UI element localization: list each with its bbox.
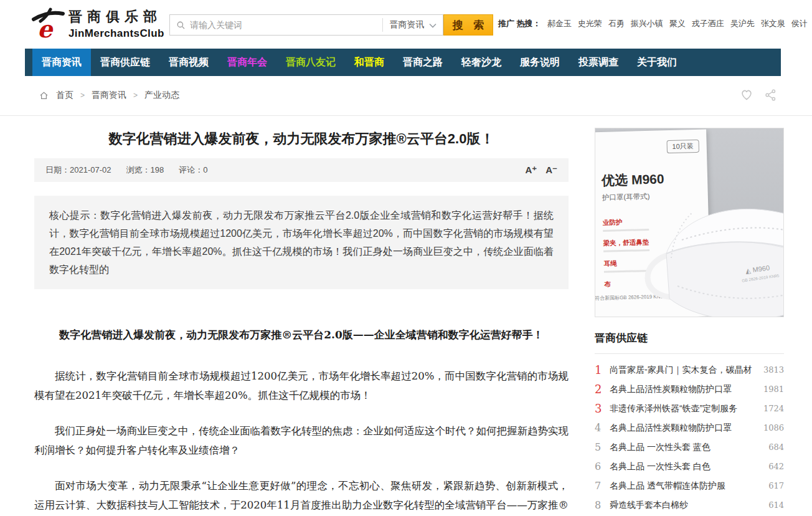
package-count-badge: 10只装 xyxy=(666,140,699,153)
nav-item-nianhui[interactable]: 晋商年会 xyxy=(218,49,276,76)
rank-title: 舜造线手套本白棉纱 xyxy=(610,500,763,511)
rank-count: 614 xyxy=(768,500,784,510)
rank-count: 617 xyxy=(768,481,784,490)
logo-text-en: JinMerchantsClub xyxy=(68,27,164,40)
logo-mark-icon: e xyxy=(31,6,65,41)
hot-keyword[interactable]: 聚义 xyxy=(669,18,686,29)
hot-keyword[interactable]: 史光荣 xyxy=(578,18,602,29)
meta-comments: 评论：0 xyxy=(179,165,207,176)
nav-item-jinshang-zixun[interactable]: 晋商资讯 xyxy=(32,49,91,76)
logo-text-cn: 晋商俱乐部 xyxy=(68,7,164,26)
rank-item[interactable]: 1 尚晋家居-家具门｜实木复合，碳晶材 3813 xyxy=(595,360,784,380)
rank-count: 1981 xyxy=(763,385,784,394)
home-icon[interactable] xyxy=(39,90,49,101)
rank-count: 1724 xyxy=(763,404,784,413)
article-paragraph: 据统计，数字化营销目前全球市场规模超过1200亿美元，市场年化增长率超过20%，… xyxy=(34,366,569,405)
search-input[interactable] xyxy=(190,16,382,34)
meta-comments-label: 评论： xyxy=(179,165,203,174)
rank-item[interactable]: 8 舜造线手套本白棉纱 614 xyxy=(595,495,784,515)
meta-comments-value: 0 xyxy=(203,165,207,174)
nav-item-hejinshang[interactable]: 和晋商 xyxy=(345,49,394,76)
search-button[interactable]: 搜 索 xyxy=(443,14,493,36)
font-increase-button[interactable]: A⁺ xyxy=(526,165,537,176)
breadcrumb-category[interactable]: 晋商资讯 xyxy=(92,90,126,101)
search-icon xyxy=(176,21,186,30)
breadcrumb-separator: > xyxy=(80,91,85,100)
rank-number: 3 xyxy=(595,402,610,415)
meta-date-value: 2021-07-02 xyxy=(70,165,111,174)
site-logo[interactable]: e 晋商俱乐部 JinMerchantsClub xyxy=(31,6,164,41)
hot-search: 推广 热搜： 郝金玉 史光荣 石勇 振兴小镇 聚义 戎子酒庄 吴沪先 张文泉 侯… xyxy=(498,18,808,29)
sidebar-section-title: 晋商供应链 xyxy=(595,331,784,354)
logo-e-glyph: e xyxy=(37,15,54,41)
rank-title: 名典上品活性炭颗粒物防护口罩 xyxy=(610,384,758,395)
search-category-label: 晋商资讯 xyxy=(390,19,425,31)
rank-count: 1086 xyxy=(763,423,784,432)
rank-number: 8 xyxy=(595,499,610,511)
font-decrease-button[interactable]: A⁻ xyxy=(545,165,557,176)
nav-item-gongyinglian[interactable]: 晋商供应链 xyxy=(91,49,159,76)
hot-keyword[interactable]: 郝金玉 xyxy=(547,18,572,29)
breadcrumb-row: 首页 > 晋商资讯 > 产业动态 xyxy=(0,76,812,116)
rank-number: 2 xyxy=(595,383,610,396)
meta-date-label: 日期： xyxy=(45,165,70,174)
hot-search-label: 推广 热搜： xyxy=(498,18,541,29)
nav-item-shipin[interactable]: 晋商视频 xyxy=(159,49,218,76)
hot-keyword[interactable]: 吴沪先 xyxy=(730,18,755,29)
main-nav: 晋商资讯 晋商供应链 晋商视频 晋商年会 晋商八友记 和晋商 晋商之路 轻奢沙龙… xyxy=(25,49,781,76)
rank-number: 1 xyxy=(595,363,610,376)
nav-item-zhilu[interactable]: 晋商之路 xyxy=(394,49,452,76)
hot-keyword[interactable]: 张文泉 xyxy=(761,18,785,29)
breadcrumb-current[interactable]: 产业动态 xyxy=(144,90,179,101)
supply-chain-ranking: 1 尚晋家居-家具门｜实木复合，碳晶材 3813 2 名典上品活性炭颗粒物防护口… xyxy=(595,360,784,515)
rank-number: 5 xyxy=(595,441,610,453)
search-bar: 晋商资讯 搜 索 xyxy=(169,14,493,36)
hot-keyword[interactable]: 戎子酒庄 xyxy=(692,18,724,29)
nav-item-toupiao-diaocha[interactable]: 投票调查 xyxy=(569,49,628,76)
hot-keyword[interactable]: 侯计 xyxy=(791,18,808,29)
hot-keyword[interactable]: 石勇 xyxy=(608,18,625,29)
article-paragraph: 我们正身处一场商业巨变之中，传统企业面临着数字化转型的焦虑：企业如何适应这个时代… xyxy=(34,421,569,460)
rank-number: 7 xyxy=(595,480,610,492)
meta-views-label: 浏览： xyxy=(126,165,151,174)
article-summary: 核心提示：数字化营销进入爆发前夜，动力无限发布万家推云平台2.0版企业全域营销和… xyxy=(34,196,569,289)
share-icon[interactable] xyxy=(764,88,777,102)
rank-item[interactable]: 7 名典上品 透气带帽连体防护服 617 xyxy=(595,476,784,495)
rank-count: 3813 xyxy=(763,365,784,375)
page-actions xyxy=(739,87,777,102)
rank-title: 名典上品 一次性头套 白色 xyxy=(610,461,763,472)
nav-item-guanyu-women[interactable]: 关于我们 xyxy=(628,49,686,76)
nav-item-fuwu-shuoming[interactable]: 服务说明 xyxy=(511,49,569,76)
sidebar-product-image[interactable]: 10只装 优选 M960 护口罩(耳带式) 业防护 梁夹，舒适鼻垫 耳绳 布 符… xyxy=(595,128,784,317)
rank-item[interactable]: 3 非遗传承泽州铁器“铁壶”定制服务 1724 xyxy=(595,399,784,418)
breadcrumb-home[interactable]: 首页 xyxy=(56,90,73,101)
rank-number: 4 xyxy=(595,422,610,434)
nav-item-qingshe-shalong[interactable]: 轻奢沙龙 xyxy=(452,49,511,76)
breadcrumb-separator: > xyxy=(133,91,138,100)
like-heart-icon[interactable] xyxy=(739,87,754,102)
rank-item[interactable]: 5 名典上品 一次性头套 蓝色 684 xyxy=(595,437,784,457)
search-category-select[interactable]: 晋商资讯 xyxy=(383,15,443,35)
meta-views: 浏览：198 xyxy=(126,165,164,176)
article: 数字化营销进入爆发前夜，动力无限发布万家推®云平台2.0版！ 日期：2021-0… xyxy=(34,130,569,516)
article-paragraph: 面对市场大变革，动力无限秉承“让企业生意更好做”的理念，不忘初心、聚焦研发，紧跟… xyxy=(34,476,569,516)
hot-keyword[interactable]: 振兴小镇 xyxy=(631,18,663,29)
rank-count: 642 xyxy=(768,462,784,471)
article-title: 数字化营销进入爆发前夜，动力无限发布万家推®云平台2.0版！ xyxy=(34,130,569,148)
nav-item-bayouji[interactable]: 晋商八友记 xyxy=(276,49,345,76)
font-size-controls: A⁺ A⁻ xyxy=(526,165,558,176)
rank-item[interactable]: 4 名典上品活性炭颗粒物防护口罩 1086 xyxy=(595,418,784,437)
rank-item[interactable]: 2 名典上品活性炭颗粒物防护口罩 1981 xyxy=(595,380,784,399)
rank-item[interactable]: 6 名典上品 一次性头套 白色 642 xyxy=(595,457,784,476)
rank-title: 名典上品 透气带帽连体防护服 xyxy=(610,480,763,492)
rank-title: 尚晋家居-家具门｜实木复合，碳晶材 xyxy=(610,365,758,376)
rank-number: 6 xyxy=(595,461,610,472)
breadcrumb: 首页 > 晋商资讯 > 产业动态 xyxy=(39,90,179,101)
rank-title: 名典上品 一次性头套 蓝色 xyxy=(610,442,763,453)
article-body-heading: 数字化营销进入爆发前夜，动力无限发布万家推®云平台2.0版——企业全域营销和数字… xyxy=(34,327,569,343)
article-meta-bar: 日期：2021-07-02 浏览：198 评论：0 A⁺ A⁻ xyxy=(34,158,569,182)
meta-views-value: 198 xyxy=(151,165,164,174)
kn95-mask-illustration: ◭ M960 GB 2626-2019 KN95 xyxy=(635,180,784,317)
rank-count: 684 xyxy=(768,442,784,452)
meta-date: 日期：2021-07-02 xyxy=(45,165,111,176)
